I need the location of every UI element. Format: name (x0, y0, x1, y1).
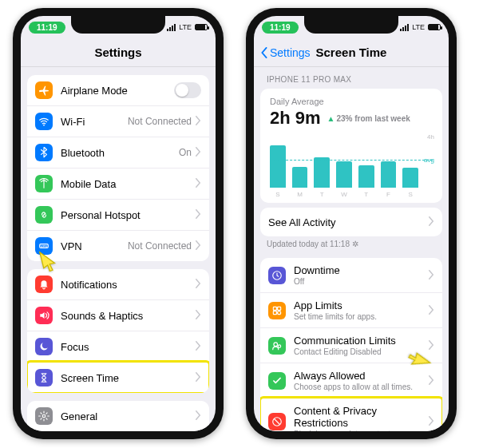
phone-frame-left: 11:19 LTE Settings Airplane ModeWi-FiNot… (13, 8, 224, 439)
settings-row-personal-hotspot[interactable]: Personal Hotspot (27, 199, 209, 230)
chart-day-label: F (381, 191, 397, 198)
option-row-app-limits[interactable]: App LimitsSet time limits for apps. (260, 292, 442, 327)
svg-point-3 (42, 414, 46, 418)
carrier-label: LTE (412, 23, 425, 31)
wifi-icon (35, 113, 53, 130)
applimits-icon (268, 302, 286, 319)
row-label: Sounds & Haptics (61, 310, 195, 322)
chevron-right-icon (195, 308, 201, 323)
chevron-right-icon (428, 374, 434, 388)
settings-row-airplane-mode[interactable]: Airplane Mode (27, 75, 209, 105)
usage-chart: 4h avg (270, 135, 433, 188)
spinner-icon: ✲ (352, 240, 358, 248)
option-row-content-privacy-restrictions[interactable]: Content & Privacy RestrictionsBlock inap… (260, 398, 442, 431)
chart-x-labels: SMTWTFS (270, 191, 433, 198)
settings-row-mobile-data[interactable]: Mobile Data (27, 168, 209, 199)
chart-day-label: T (358, 191, 374, 198)
status-icons: LTE (167, 23, 208, 31)
back-button[interactable]: Settings (260, 46, 311, 59)
delta-label: ▲ 23% from last week (327, 114, 410, 123)
link-icon (35, 206, 53, 224)
settings-row-wi-fi[interactable]: Wi-FiNot Connected (27, 105, 209, 137)
settings-row-focus[interactable]: Focus (27, 331, 209, 362)
chevron-right-icon (195, 277, 201, 291)
svg-rect-17 (273, 307, 276, 310)
status-icons: LTE (400, 23, 441, 31)
comm-icon (268, 337, 286, 355)
settings-list[interactable]: Airplane ModeWi-FiNot ConnectedBluetooth… (21, 67, 216, 431)
signal-icon (167, 24, 176, 31)
svg-rect-18 (278, 307, 281, 310)
settings-row-bluetooth[interactable]: BluetoothOn (27, 137, 209, 168)
bell-icon (35, 276, 53, 293)
chevron-right-icon (195, 114, 201, 129)
row-value: On (179, 147, 192, 158)
see-all-activity-row[interactable]: See All Activity (260, 208, 442, 236)
notch (71, 16, 165, 34)
nav-bar: Settings Screen Time (254, 38, 449, 67)
screen-right: 11:19 LTE Settings Screen Time IPHONE 11… (254, 16, 449, 431)
row-label: General (61, 410, 195, 422)
row-label: Wi-Fi (61, 116, 128, 128)
row-label: Communication LimitsContact Editing Disa… (294, 335, 428, 356)
chart-bar (292, 167, 308, 188)
hourglass-icon (35, 369, 53, 387)
toggle-switch[interactable] (174, 82, 201, 98)
settings-row-notifications[interactable]: Notifications (27, 269, 209, 299)
chevron-right-icon (428, 414, 434, 429)
chart-avg-label: avg (424, 156, 434, 163)
settings-row-screen-time[interactable]: Screen Time (27, 362, 209, 393)
signal-icon (400, 24, 409, 31)
chevron-right-icon (195, 409, 201, 423)
gear-icon (35, 407, 53, 425)
svg-text:VPN: VPN (41, 244, 47, 248)
chart-bar (314, 157, 330, 188)
settings-row-sounds-haptics[interactable]: Sounds & Haptics (27, 299, 209, 331)
chevron-right-icon (195, 176, 201, 191)
row-sublabel: Off (294, 277, 428, 286)
option-row-communication-limits[interactable]: Communication LimitsContact Editing Disa… (260, 327, 442, 363)
row-value: Not Connected (128, 116, 192, 127)
row-label: Screen Time (61, 372, 195, 384)
row-label: Focus (61, 341, 195, 353)
option-row-always-allowed[interactable]: Always AllowedChoose apps to allow at al… (260, 363, 442, 398)
row-label: Always AllowedChoose apps to allow at al… (294, 370, 428, 391)
settings-row-general[interactable]: General (27, 401, 209, 431)
settings-row-vpn[interactable]: VPNVPNNot Connected (27, 230, 209, 261)
screen-left: 11:19 LTE Settings Airplane ModeWi-FiNot… (21, 16, 216, 431)
bluetooth-icon (35, 144, 53, 161)
chart-day-label: W (336, 191, 352, 198)
screentime-options-group: DowntimeOffApp LimitsSet time limits for… (260, 258, 442, 431)
arrow-up-icon: ▲ (327, 114, 335, 123)
option-row-downtime[interactable]: DowntimeOff (260, 258, 442, 292)
row-label: Mobile Data (61, 178, 195, 190)
row-sublabel: Set time limits for apps. (294, 312, 428, 321)
settings-group: NotificationsSounds & HapticsFocusScreen… (27, 269, 209, 393)
chart-day-label: M (292, 191, 308, 198)
chevron-right-icon (195, 339, 201, 354)
speaker-icon (35, 307, 53, 324)
page-title: Screen Time (316, 46, 387, 59)
chart-bar (402, 168, 418, 188)
back-label: Settings (270, 46, 311, 59)
settings-group: GeneralControl CentreDisplay & Brightnes… (27, 401, 209, 431)
row-value: Not Connected (128, 240, 192, 252)
nav-bar: Settings (21, 38, 216, 67)
chart-bar (270, 145, 286, 188)
row-label: Content & Privacy RestrictionsBlock inap… (294, 405, 428, 431)
chevron-left-icon (260, 47, 268, 58)
svg-point-0 (43, 125, 45, 126)
carrier-label: LTE (179, 23, 192, 31)
see-all-label: See All Activity (268, 216, 428, 228)
chart-avg-line (270, 160, 433, 161)
phone-frame-right: 11:19 LTE Settings Screen Time IPHONE 11… (246, 8, 457, 439)
moon-icon (35, 338, 53, 355)
svg-rect-19 (273, 311, 276, 314)
nope-icon (268, 413, 286, 430)
screentime-content[interactable]: IPHONE 11 PRO MAX Daily Average 2h 9m ▲ … (254, 67, 449, 431)
see-all-group: See All Activity (260, 208, 442, 236)
daily-average-value: 2h 9m (270, 108, 321, 129)
chart-bar (381, 161, 397, 188)
chevron-right-icon (195, 239, 201, 253)
chart-day-label: S (270, 191, 286, 198)
